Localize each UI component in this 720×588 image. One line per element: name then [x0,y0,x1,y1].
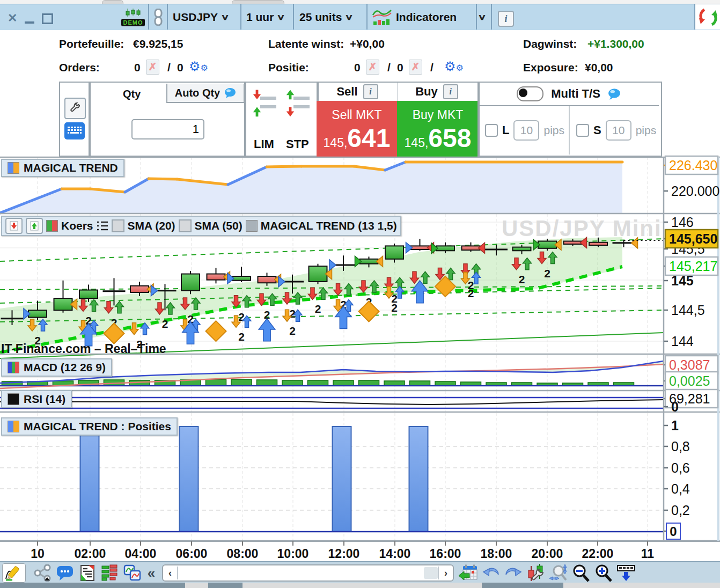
svg-text:144: 144 [671,334,694,349]
buy-order-doc-button[interactable] [26,218,43,234]
orderbook-button[interactable] [99,564,121,582]
svg-text:2: 2 [162,318,168,330]
macd-swatch-icon [8,362,19,373]
legend-koers[interactable]: Koers [61,219,93,232]
calendar-back-icon [459,564,478,582]
svg-text:20:00: 20:00 [532,547,563,561]
scroll-right-button[interactable]: › [438,567,453,579]
wrench-candles-icon [527,564,545,582]
columns-down-icon [617,564,635,582]
svg-text:10: 10 [31,547,45,561]
svg-text:0,2: 0,2 [671,503,690,518]
list-icon[interactable] [97,220,108,231]
share-icon [34,564,51,582]
svg-text:22:00: 22:00 [582,547,614,561]
legend-mt-params[interactable]: MAGICAL TREND (13 1,5) [261,219,397,232]
sell-order-doc-button[interactable] [5,218,23,234]
share-button[interactable] [31,564,54,582]
chart-windows-button[interactable] [121,564,144,582]
svg-text:145,217: 145,217 [669,259,717,274]
doc-green-up-icon [30,221,39,231]
collapse-toolbar-button[interactable]: « [144,564,159,582]
svg-text:02:00: 02:00 [75,547,106,561]
svg-text:08:00: 08:00 [227,547,259,561]
price-legend-row: Koers SMA (20) SMA (50) MAGICAL TREND (1… [1,216,401,236]
svg-text:0,0025: 0,0025 [669,373,710,388]
doc-red-down-icon [10,221,18,231]
pencil-chart-icon [5,565,23,581]
svg-text:0,3087: 0,3087 [669,357,710,372]
chart-settings-button[interactable] [525,564,547,582]
background-segment [482,583,563,588]
svg-text:2: 2 [468,287,474,299]
goto-date-button[interactable] [457,564,480,582]
scrollbar-thumb[interactable] [424,567,438,579]
posities-swatch-icon [8,421,19,432]
sma20-checkbox[interactable] [112,219,124,232]
background-segment [208,583,243,588]
legend-label: MAGICAL TREND : Posities [24,420,171,433]
svg-text:0: 0 [671,399,679,414]
column-settings-button[interactable] [615,564,637,582]
zoom-out-button[interactable] [570,564,592,582]
scroll-left-button[interactable]: ‹ [163,567,178,579]
svg-text:0: 0 [670,524,677,539]
zoom-in-icon [594,564,613,582]
legend-rsi[interactable]: RSI (14) [1,390,72,408]
svg-text:1: 1 [671,418,679,433]
svg-text:2: 2 [238,330,245,343]
svg-text:0,6: 0,6 [671,460,690,475]
rsi-swatch-icon [8,393,19,405]
chat-button[interactable] [54,564,76,582]
undo-button[interactable] [480,564,502,582]
news-button[interactable] [76,564,99,582]
svg-text:06:00: 06:00 [176,547,208,561]
svg-text:145,650: 145,650 [669,231,717,246]
legend-sma50[interactable]: SMA (50) [195,219,243,232]
background-segment [0,583,185,588]
svg-text:144,5: 144,5 [671,303,705,318]
mt-swatch-icon [8,162,19,174]
sma50-checkbox[interactable] [179,219,192,232]
legend-label: MAGICAL TREND [24,161,118,174]
svg-text:2: 2 [315,303,321,315]
magnifier-resize-icon [549,564,568,582]
copyright-text: IT-Finance.com – Real–Time [1,342,166,356]
legend-label: MACD (12 26 9) [24,361,106,374]
dual-charts-icon [123,564,142,582]
svg-text:18:00: 18:00 [481,547,512,561]
zoom-fit-button[interactable] [547,564,570,582]
svg-text:146: 146 [671,215,694,230]
news-doc-icon [80,564,95,582]
svg-text:2: 2 [289,325,296,337]
legend-label: RSI (14) [24,393,65,406]
legend-magical-trend[interactable]: MAGICAL TREND [1,159,124,177]
svg-text:0,8: 0,8 [671,439,690,454]
mt-params-swatch [246,220,258,232]
draw-tools-button[interactable] [2,563,26,583]
orderbook-icon [101,564,119,582]
legend-sma20[interactable]: SMA (20) [128,219,175,232]
chart-scrollbar[interactable]: ‹ › [162,564,454,582]
svg-text:10:00: 10:00 [277,547,309,561]
redo-icon [504,565,523,581]
undo-icon [482,565,500,581]
svg-text:2: 2 [519,273,525,285]
chart-area[interactable]: 2222222222222222222222222226.430220.0001… [0,0,720,561]
svg-text:2: 2 [391,302,398,314]
svg-text:226.430: 226.430 [669,158,717,173]
zoom-in-button[interactable] [592,564,615,582]
svg-text:11: 11 [641,547,655,561]
trading-platform-window: ✕ DEMO USDJPY ∨ 1 uur ∨ [0,0,720,588]
redo-button[interactable] [502,564,525,582]
svg-text:220.000: 220.000 [671,183,719,199]
svg-text:04:00: 04:00 [125,547,157,561]
svg-text:12:00: 12:00 [328,547,360,561]
bottom-toolbar: « ‹ › [0,561,720,584]
legend-macd[interactable]: MACD (12 26 9) [1,358,112,377]
legend-posities[interactable]: MAGICAL TREND : Posities [1,417,178,436]
svg-text:14:00: 14:00 [379,547,411,561]
chat-bubble-icon [56,565,74,581]
svg-text:2: 2 [544,267,550,280]
watermark: USD/JPY Mini [502,216,662,241]
